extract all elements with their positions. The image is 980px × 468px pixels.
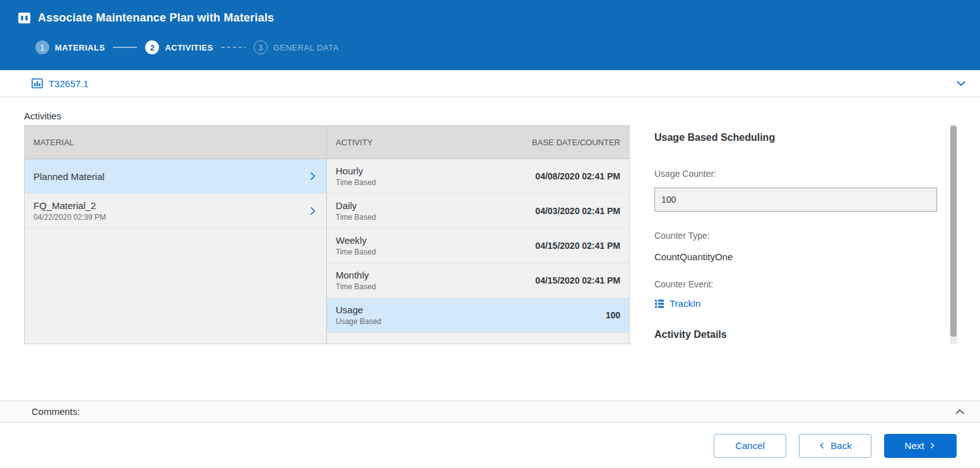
cancel-button[interactable]: Cancel xyxy=(714,434,786,458)
material-panel: MATERIAL Planned Material FQ_Material_2 … xyxy=(25,126,327,344)
activity-row-daily[interactable]: Daily Time Based 04/03/2020 02:41 PM xyxy=(327,194,629,229)
chevron-right-icon xyxy=(929,442,936,449)
material-name: Planned Material xyxy=(33,171,300,182)
step-connector xyxy=(113,47,137,48)
back-button-label: Back xyxy=(830,440,851,451)
activity-row-hourly[interactable]: Hourly Time Based 04/08/2020 02:41 PM xyxy=(327,159,629,194)
details-title: Usage Based Scheduling xyxy=(654,132,948,143)
comments-bar[interactable]: Comments: xyxy=(0,400,980,423)
material-date: 04/22/2020 02:39 PM xyxy=(33,213,300,222)
step-label: ACTIVITIES xyxy=(165,43,213,52)
activity-type: Usage Based xyxy=(336,317,381,326)
counter-type-label: Counter Type: xyxy=(654,231,948,241)
activity-type: Time Based xyxy=(336,213,376,222)
usage-scheduling-panel: Usage Based Scheduling Usage Counter: Co… xyxy=(644,124,948,344)
step-connector xyxy=(221,47,245,48)
activity-type: Time Based xyxy=(336,248,376,256)
activity-details-title: Activity Details xyxy=(654,329,948,340)
scrollbar-thumb[interactable] xyxy=(950,126,957,337)
material-column-header: MATERIAL xyxy=(25,126,326,159)
activities-table: MATERIAL Planned Material FQ_Material_2 … xyxy=(24,125,630,344)
chevron-up-icon[interactable] xyxy=(955,407,965,417)
wizard-footer: Cancel Back Next xyxy=(0,423,980,468)
counter-event-link[interactable]: TrackIn xyxy=(654,298,700,309)
counter-type-value: CountQuantityOne xyxy=(654,251,948,262)
chevron-right-icon[interactable] xyxy=(308,172,317,181)
activity-table-header: ACTIVITY BASE DATE/COUNTER xyxy=(327,126,629,159)
chevron-down-icon[interactable] xyxy=(956,78,966,88)
usage-counter-label: Usage Counter: xyxy=(654,169,948,179)
wizard-steps: 1 MATERIALS 2 ACTIVITIES 3 GENERAL DATA xyxy=(35,40,980,54)
cancel-button-label: Cancel xyxy=(735,440,765,451)
activity-base-value: 04/03/2020 02:41 PM xyxy=(535,206,620,216)
base-date-counter-column-header: BASE DATE/COUNTER xyxy=(532,138,620,147)
next-button[interactable]: Next xyxy=(884,434,957,458)
activities-section-label: Activities xyxy=(24,111,61,121)
usage-counter-input[interactable] xyxy=(654,188,937,212)
step-label: GENERAL DATA xyxy=(273,43,339,52)
activity-column-header: ACTIVITY xyxy=(336,138,373,147)
next-button-label: Next xyxy=(905,440,924,451)
comments-label: Comments: xyxy=(32,406,80,417)
activity-row-usage[interactable]: Usage Usage Based 100 xyxy=(327,298,629,333)
plan-link[interactable]: T32657.1 xyxy=(49,78,88,89)
details-scrollbar[interactable] xyxy=(950,124,957,344)
activity-name: Usage xyxy=(336,304,381,315)
activity-type: Time Based xyxy=(336,282,376,291)
material-row-fq-material-2[interactable]: FQ_Material_2 04/22/2020 02:39 PM xyxy=(25,194,326,229)
activity-panel: ACTIVITY BASE DATE/COUNTER Hourly Time B… xyxy=(327,126,629,344)
activity-name: Hourly xyxy=(336,165,376,176)
title-row: Associate Maintenance Plan with Material… xyxy=(0,0,980,25)
activity-row-weekly[interactable]: Weekly Time Based 04/15/2020 02:41 PM xyxy=(327,229,629,263)
step-general-data[interactable]: 3 GENERAL DATA xyxy=(254,40,339,54)
material-name: FQ_Material_2 xyxy=(33,200,300,211)
step-label: MATERIALS xyxy=(55,43,105,52)
material-group-icon xyxy=(32,78,43,89)
trackin-icon xyxy=(654,299,664,309)
associate-plan-icon xyxy=(18,11,31,25)
chevron-left-icon xyxy=(818,442,825,449)
step-number: 2 xyxy=(145,40,159,54)
plan-bar: T32657.1 xyxy=(0,70,980,97)
activity-base-value: 100 xyxy=(606,310,620,320)
wizard-header: Associate Maintenance Plan with Material… xyxy=(0,0,980,70)
activity-row-monthly[interactable]: Monthly Time Based 04/15/2020 02:41 PM xyxy=(327,263,629,298)
page-title: Associate Maintenance Plan with Material… xyxy=(38,11,274,25)
step-number: 3 xyxy=(254,40,268,54)
back-button[interactable]: Back xyxy=(799,434,871,458)
step-activities[interactable]: 2 ACTIVITIES xyxy=(145,40,213,54)
activity-type: Time Based xyxy=(336,178,376,187)
activity-base-value: 04/15/2020 02:41 PM xyxy=(535,241,620,251)
counter-event-value: TrackIn xyxy=(670,298,700,309)
step-materials[interactable]: 1 MATERIALS xyxy=(35,40,105,54)
activity-name: Monthly xyxy=(336,270,376,280)
material-row-planned-material[interactable]: Planned Material xyxy=(25,159,326,194)
activity-base-value: 04/08/2020 02:41 PM xyxy=(535,171,620,181)
activity-name: Weekly xyxy=(336,235,376,246)
step-number: 1 xyxy=(35,40,49,54)
activity-base-value: 04/15/2020 02:41 PM xyxy=(535,275,620,285)
chevron-right-icon[interactable] xyxy=(308,207,317,216)
counter-event-label: Counter Event: xyxy=(654,279,948,289)
activity-name: Daily xyxy=(336,200,376,211)
